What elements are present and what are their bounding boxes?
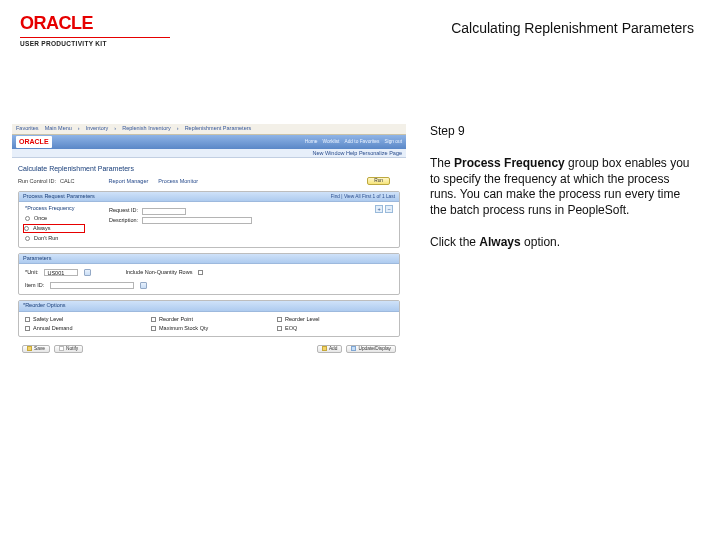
upk-subtitle: USER PRODUCTIVITY KIT <box>20 37 170 47</box>
option-label: Reorder Point <box>159 316 193 323</box>
page-title: Calculate Replenishment Parameters <box>18 164 400 173</box>
radio-icon <box>25 236 30 241</box>
btn-label: Add <box>329 346 338 352</box>
btn-label: Notify <box>66 346 78 352</box>
process-monitor-link[interactable]: Process Monitor <box>158 178 198 185</box>
link-signout[interactable]: Sign out <box>384 139 402 145</box>
request-id-label: Request ID: <box>109 207 138 214</box>
crumb[interactable]: Main Menu <box>45 125 72 132</box>
step-label: Step 9 <box>430 124 692 140</box>
text-bold: Always <box>479 235 520 249</box>
freq-label: Once <box>34 215 47 222</box>
parameters-group: Parameters *Unit: US001 Include Non-Quan… <box>18 253 400 295</box>
radio-icon <box>25 216 30 221</box>
reorder-option[interactable]: Safety Level <box>25 316 141 323</box>
lookup-icon[interactable] <box>140 282 147 289</box>
description-input[interactable] <box>142 217 252 224</box>
description-label: Description: <box>109 217 138 224</box>
search-icon <box>351 346 356 351</box>
upk-logo: ORACLE USER PRODUCTIVITY KIT <box>20 10 170 50</box>
save-button[interactable]: Save <box>22 345 50 353</box>
option-label: Safety Level <box>33 316 63 323</box>
text: The <box>430 156 454 170</box>
reorder-option[interactable]: Annual Demand <box>25 325 141 332</box>
remove-row-button[interactable]: − <box>385 205 393 213</box>
checkbox-icon <box>151 326 156 331</box>
update-display-button[interactable]: Update/Display <box>346 345 396 353</box>
instruction-panel: Step 9 The Process Frequency group box e… <box>430 124 692 360</box>
run-button[interactable]: Run <box>367 177 390 185</box>
lookup-icon[interactable] <box>84 269 91 276</box>
reorder-option[interactable]: Maximum Stock Qty <box>151 325 267 332</box>
checkbox-icon <box>277 326 282 331</box>
breadcrumb: Favorites Main Menu› Inventory› Replenis… <box>12 124 406 135</box>
pager[interactable]: Find | View All First 1 of 1 Last <box>331 194 395 200</box>
app-screenshot: Favorites Main Menu› Inventory› Replenis… <box>12 124 406 360</box>
group-title: *Reorder Options <box>23 302 66 309</box>
include-checkbox[interactable] <box>198 270 203 275</box>
freq-option-always[interactable]: Always <box>23 224 85 233</box>
report-manager-link[interactable]: Report Manager <box>109 178 149 185</box>
reorder-option[interactable]: Reorder Point <box>151 316 267 323</box>
crumb[interactable]: Replenish Inventory <box>122 125 171 132</box>
checkbox-icon <box>25 317 30 322</box>
btn-label: Save <box>34 346 45 352</box>
crumb[interactable]: Inventory <box>86 125 109 132</box>
checkbox-icon <box>25 326 30 331</box>
checkbox-icon <box>151 317 156 322</box>
group-title: Parameters <box>23 255 51 262</box>
reorder-option[interactable]: EOQ <box>277 325 393 332</box>
notify-button[interactable]: Notify <box>54 345 83 353</box>
bottom-toolbar: Save Notify Add Update/Display <box>18 342 400 356</box>
process-request-group: Process Request Parameters Find | View A… <box>18 191 400 248</box>
add-row-button[interactable]: + <box>375 205 383 213</box>
run-control-value: CALC <box>60 178 75 185</box>
text-bold: Process Frequency <box>454 156 565 170</box>
option-label: Reorder Level <box>285 316 320 323</box>
process-frequency-title: *Process Frequency <box>25 205 85 212</box>
sub-toolbar: New Window Help Personalize Page <box>12 149 406 158</box>
freq-label: Don't Run <box>34 235 58 242</box>
reorder-options-group: *Reorder Options Safety Level Reorder Po… <box>18 300 400 336</box>
crumb[interactable]: Favorites <box>16 125 39 132</box>
unit-input[interactable]: US001 <box>44 269 78 276</box>
oracle-brand-small: ORACLE <box>16 136 52 147</box>
include-label: Include Non-Quantity Rows <box>125 269 192 276</box>
oracle-brand: ORACLE <box>20 14 170 32</box>
item-id-label: Item ID: <box>25 282 44 289</box>
add-button[interactable]: Add <box>317 345 343 353</box>
unit-label: *Unit: <box>25 269 38 276</box>
run-control-label: Run Control ID: <box>18 178 56 185</box>
app-header: ORACLE Home Worklist Add to Favorites Si… <box>12 135 406 149</box>
option-label: EOQ <box>285 325 297 332</box>
group-title: Process Request Parameters <box>23 193 95 200</box>
add-icon <box>322 346 327 351</box>
lesson-title: Calculating Replenishment Parameters <box>451 10 700 36</box>
freq-label: Always <box>33 225 50 232</box>
save-icon <box>27 346 32 351</box>
instruction-action: Click the Always option. <box>430 235 692 251</box>
option-label: Maximum Stock Qty <box>159 325 208 332</box>
text: option. <box>521 235 560 249</box>
freq-option-dont-run[interactable]: Don't Run <box>25 235 85 242</box>
option-label: Annual Demand <box>33 325 72 332</box>
item-id-input[interactable] <box>50 282 134 289</box>
link-worklist[interactable]: Worklist <box>322 139 339 145</box>
link-home[interactable]: Home <box>305 139 318 145</box>
checkbox-icon <box>277 317 282 322</box>
radio-icon <box>24 226 29 231</box>
crumb[interactable]: Replenishment Parameters <box>185 125 252 132</box>
instruction-text: The Process Frequency group box enables … <box>430 156 692 219</box>
btn-label: Update/Display <box>358 346 391 352</box>
link-favorites[interactable]: Add to Favorites <box>344 139 379 145</box>
notify-icon <box>59 346 64 351</box>
reorder-option[interactable]: Reorder Level <box>277 316 393 323</box>
request-id-input[interactable] <box>142 208 186 215</box>
freq-option-once[interactable]: Once <box>25 215 85 222</box>
text: Click the <box>430 235 479 249</box>
